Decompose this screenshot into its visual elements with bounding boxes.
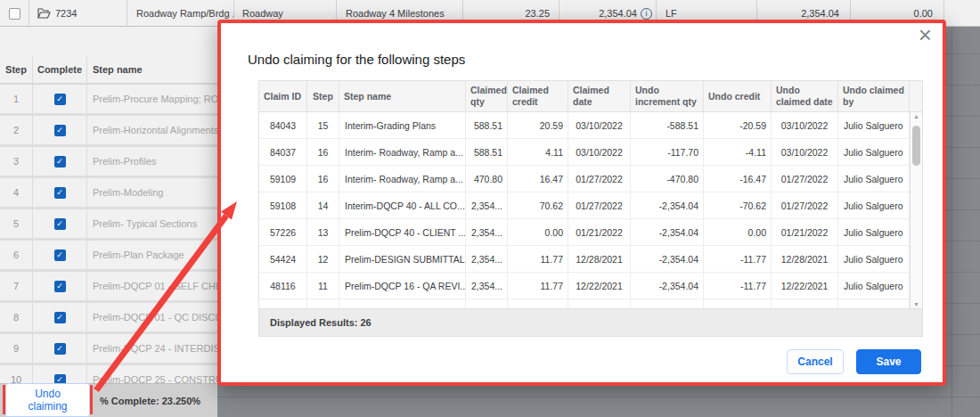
complete-checkbox[interactable]: ✓	[33, 272, 87, 300]
column-header: Step	[307, 81, 339, 111]
row-checkbox[interactable]	[9, 8, 20, 20]
table-cell: Interim-DQCP 40 - ALL CO...	[339, 192, 466, 218]
steps-rows: 1 ✓ Prelim-Procure Mapping; ROW & 2 ✓ Pr…	[0, 85, 217, 383]
table-cell: 01/27/2022	[568, 192, 631, 218]
table-cell: -4.11	[704, 139, 772, 165]
table-cell: 16.47	[508, 166, 568, 192]
table-cell: 4.11	[508, 139, 568, 165]
table-cell: 03/10/2022	[772, 112, 838, 138]
table-cell: 54424	[259, 246, 307, 272]
complete-checkbox[interactable]: ✓	[33, 365, 87, 383]
cancel-button[interactable]: Cancel	[787, 349, 844, 374]
open-folder-icon[interactable]	[37, 8, 51, 19]
column-header: Claimed date	[568, 81, 631, 111]
project-id: 7234	[55, 8, 77, 19]
step-row: 3 ✓ Prelim-Profiles	[0, 147, 217, 178]
steps-table-header: Step Complete Step name	[0, 56, 217, 85]
table-cell: 16	[307, 166, 339, 192]
step-name: Prelim-DQCP 24 - INTERDISCIPLI	[87, 334, 217, 363]
table-cell: 11.77	[508, 273, 568, 298]
table-cell: 84037	[259, 139, 307, 165]
table-cell: 12	[307, 246, 339, 272]
table-cell: Prelim-DQCP 16 - QA REVI...	[339, 273, 466, 298]
table-row: 48116 11 Prelim-DQCP 16 - QA REVI... 2,3…	[259, 273, 922, 299]
table-cell: Julio Salguero	[838, 273, 910, 298]
column-header: Undo credit	[704, 81, 772, 111]
screenshot-root: 7234 Roadway Ramp/Brdg ... Roadway Roadw…	[0, 0, 980, 417]
table-cell: 11.77	[508, 246, 568, 272]
table-cell: Julio Salguero	[838, 139, 910, 165]
close-icon[interactable]: ×	[919, 23, 932, 46]
complete-column-header: Complete	[33, 56, 87, 83]
column-header: Claimed qty	[466, 81, 508, 111]
table-row: 84037 16 Interim- Roadway, Ramp a... 588…	[259, 139, 922, 166]
table-cell: 59109	[259, 166, 307, 192]
step-row: 2 ✓ Prelim-Horizontal Alignments	[0, 116, 217, 147]
table-cell: 12/22/2021	[568, 273, 631, 298]
complete-checkbox[interactable]: ✓	[33, 334, 87, 363]
complete-checkbox[interactable]: ✓	[33, 178, 87, 207]
table-cell: 16	[307, 139, 339, 165]
table-cell: 03/10/2022	[568, 112, 631, 138]
table-cell: 01/21/2022	[772, 219, 838, 245]
step-row: 6 ✓ Prelim-Plan Package	[0, 241, 217, 272]
step-number: 5	[0, 209, 33, 238]
table-cell: 59108	[259, 192, 307, 218]
claims-table-header: Claim ID Step Step name Claimed qty Clai…	[259, 81, 922, 112]
column-header: Step name	[339, 81, 466, 111]
scroll-up-icon[interactable]: ▲	[911, 113, 922, 119]
complete-checkbox[interactable]: ✓	[33, 241, 87, 269]
step-number: 9	[0, 334, 33, 363]
step-row: 8 ✓ Prelim-DQCP 01 - QC DISCIPLINA	[0, 303, 217, 334]
step-name: Prelim-DQCP 25 - CONSTRUCTAB	[87, 365, 217, 383]
checkbox-check-icon: ✓	[54, 218, 66, 230]
column-header: Claimed credit	[508, 81, 568, 111]
table-cell: 0.00	[704, 219, 772, 245]
table-cell: Julio Salguero	[838, 219, 910, 245]
table-row: 54424 12 Prelim-DESIGN SUBMITTAL 2,354..…	[259, 246, 922, 273]
table-cell: Prelim-DQCP 40 - CLIENT ...	[339, 219, 466, 245]
complete-checkbox[interactable]: ✓	[33, 85, 87, 113]
table-cell: 01/27/2022	[568, 166, 631, 192]
complete-checkbox[interactable]: ✓	[33, 209, 87, 238]
table-cell: 588.51	[466, 112, 508, 138]
step-name: Prelim- Typical Sections	[87, 209, 217, 238]
table-cell: -2,354.04	[631, 192, 704, 218]
step-name: Prelim-Procure Mapping; ROW &	[87, 85, 217, 113]
table-cell: Interim-Grading Plans	[339, 112, 466, 138]
table-row: 84043 15 Interim-Grading Plans 588.51 20…	[259, 112, 922, 139]
table-scrollbar[interactable]: ▲ ▼	[910, 112, 922, 308]
table-cell: -470.80	[631, 166, 704, 192]
column-header: Claim ID	[259, 81, 307, 111]
table-cell: 15	[307, 112, 339, 138]
scrollbar-thumb[interactable]	[912, 126, 920, 166]
save-button[interactable]: Save	[856, 349, 921, 374]
step-number: 4	[0, 178, 33, 207]
steps-table: Step Complete Step name 1 ✓ Prelim-Procu…	[0, 27, 217, 383]
step-name: Prelim-Profiles	[87, 147, 217, 176]
table-cell: 13	[307, 219, 339, 245]
complete-checkbox[interactable]: ✓	[33, 147, 87, 176]
table-cell: Julio Salguero	[838, 246, 910, 272]
undo-claiming-modal: × Undo claiming for the following steps …	[217, 20, 946, 386]
bottom-bar: Undo claiming % Complete: 23.250%	[0, 383, 217, 417]
modal-title: Undo claiming for the following steps	[248, 52, 465, 67]
complete-checkbox[interactable]: ✓	[33, 116, 87, 144]
complete-checkbox[interactable]: ✓	[33, 303, 87, 331]
table-cell: 03/10/2022	[568, 139, 631, 165]
table-cell: 48116	[259, 273, 307, 298]
step-row: 4 ✓ Prelim-Modeling	[0, 178, 217, 209]
undo-claiming-button[interactable]: Undo claiming	[5, 383, 90, 417]
table-cell: 70.62	[508, 192, 568, 218]
info-icon[interactable]: i	[641, 8, 652, 20]
step-number: 8	[0, 303, 33, 331]
table-cell: 11	[307, 273, 339, 298]
table-cell: 2,354...	[466, 273, 508, 298]
checkbox-check-icon: ✓	[54, 374, 66, 384]
checkbox-check-icon: ✓	[54, 156, 66, 168]
table-cell: -2,354.04	[631, 246, 704, 272]
table-cell: Julio Salguero	[838, 112, 910, 138]
scroll-down-icon[interactable]: ▼	[911, 301, 922, 307]
step-column-header: Step	[0, 56, 33, 83]
step-name: Prelim-Modeling	[87, 178, 217, 207]
